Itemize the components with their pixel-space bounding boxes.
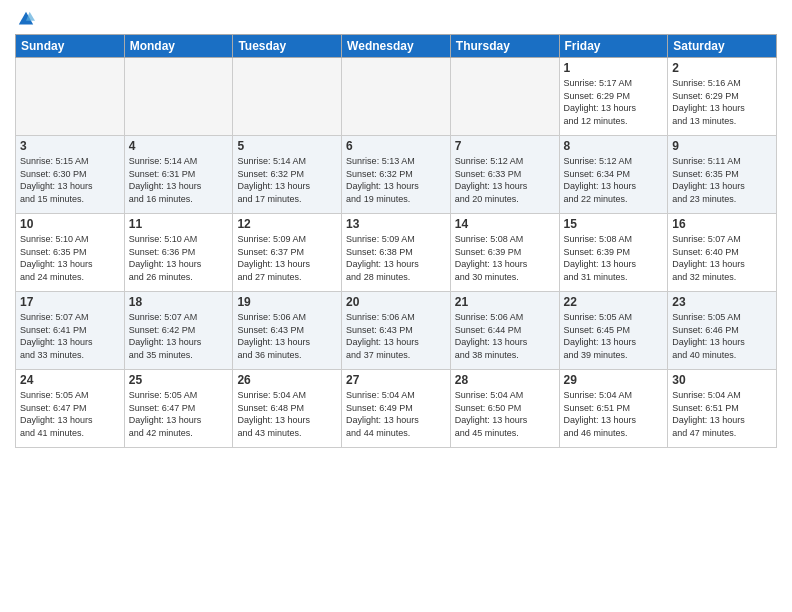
day-info: Sunrise: 5:05 AM Sunset: 6:47 PM Dayligh… xyxy=(20,389,120,439)
day-info: Sunrise: 5:14 AM Sunset: 6:32 PM Dayligh… xyxy=(237,155,337,205)
calendar-cell: 6Sunrise: 5:13 AM Sunset: 6:32 PM Daylig… xyxy=(342,136,451,214)
calendar-cell: 13Sunrise: 5:09 AM Sunset: 6:38 PM Dayli… xyxy=(342,214,451,292)
calendar-cell xyxy=(233,58,342,136)
calendar-cell: 17Sunrise: 5:07 AM Sunset: 6:41 PM Dayli… xyxy=(16,292,125,370)
header-monday: Monday xyxy=(124,35,233,58)
day-info: Sunrise: 5:12 AM Sunset: 6:34 PM Dayligh… xyxy=(564,155,664,205)
calendar-week-3: 10Sunrise: 5:10 AM Sunset: 6:35 PM Dayli… xyxy=(16,214,777,292)
day-number: 9 xyxy=(672,139,772,153)
calendar-cell xyxy=(342,58,451,136)
calendar-cell: 12Sunrise: 5:09 AM Sunset: 6:37 PM Dayli… xyxy=(233,214,342,292)
day-info: Sunrise: 5:05 AM Sunset: 6:45 PM Dayligh… xyxy=(564,311,664,361)
calendar-week-2: 3Sunrise: 5:15 AM Sunset: 6:30 PM Daylig… xyxy=(16,136,777,214)
calendar-cell: 29Sunrise: 5:04 AM Sunset: 6:51 PM Dayli… xyxy=(559,370,668,448)
calendar-cell: 9Sunrise: 5:11 AM Sunset: 6:35 PM Daylig… xyxy=(668,136,777,214)
day-number: 2 xyxy=(672,61,772,75)
header-wednesday: Wednesday xyxy=(342,35,451,58)
day-number: 6 xyxy=(346,139,446,153)
calendar-cell: 20Sunrise: 5:06 AM Sunset: 6:43 PM Dayli… xyxy=(342,292,451,370)
logo-icon xyxy=(17,10,35,28)
calendar-cell: 27Sunrise: 5:04 AM Sunset: 6:49 PM Dayli… xyxy=(342,370,451,448)
calendar-page: SundayMondayTuesdayWednesdayThursdayFrid… xyxy=(0,0,792,612)
day-info: Sunrise: 5:10 AM Sunset: 6:35 PM Dayligh… xyxy=(20,233,120,283)
calendar-cell: 22Sunrise: 5:05 AM Sunset: 6:45 PM Dayli… xyxy=(559,292,668,370)
calendar-cell: 10Sunrise: 5:10 AM Sunset: 6:35 PM Dayli… xyxy=(16,214,125,292)
header-friday: Friday xyxy=(559,35,668,58)
calendar-cell: 23Sunrise: 5:05 AM Sunset: 6:46 PM Dayli… xyxy=(668,292,777,370)
day-number: 18 xyxy=(129,295,229,309)
day-number: 16 xyxy=(672,217,772,231)
day-number: 25 xyxy=(129,373,229,387)
day-info: Sunrise: 5:08 AM Sunset: 6:39 PM Dayligh… xyxy=(455,233,555,283)
calendar-cell xyxy=(16,58,125,136)
day-number: 11 xyxy=(129,217,229,231)
day-info: Sunrise: 5:07 AM Sunset: 6:41 PM Dayligh… xyxy=(20,311,120,361)
calendar-cell: 5Sunrise: 5:14 AM Sunset: 6:32 PM Daylig… xyxy=(233,136,342,214)
calendar-cell: 30Sunrise: 5:04 AM Sunset: 6:51 PM Dayli… xyxy=(668,370,777,448)
header-saturday: Saturday xyxy=(668,35,777,58)
day-info: Sunrise: 5:13 AM Sunset: 6:32 PM Dayligh… xyxy=(346,155,446,205)
day-info: Sunrise: 5:09 AM Sunset: 6:38 PM Dayligh… xyxy=(346,233,446,283)
calendar-cell: 18Sunrise: 5:07 AM Sunset: 6:42 PM Dayli… xyxy=(124,292,233,370)
calendar-cell: 11Sunrise: 5:10 AM Sunset: 6:36 PM Dayli… xyxy=(124,214,233,292)
day-info: Sunrise: 5:04 AM Sunset: 6:50 PM Dayligh… xyxy=(455,389,555,439)
calendar-cell: 3Sunrise: 5:15 AM Sunset: 6:30 PM Daylig… xyxy=(16,136,125,214)
calendar-week-5: 24Sunrise: 5:05 AM Sunset: 6:47 PM Dayli… xyxy=(16,370,777,448)
day-info: Sunrise: 5:05 AM Sunset: 6:46 PM Dayligh… xyxy=(672,311,772,361)
day-number: 21 xyxy=(455,295,555,309)
day-info: Sunrise: 5:06 AM Sunset: 6:43 PM Dayligh… xyxy=(346,311,446,361)
calendar-cell: 24Sunrise: 5:05 AM Sunset: 6:47 PM Dayli… xyxy=(16,370,125,448)
day-number: 4 xyxy=(129,139,229,153)
day-info: Sunrise: 5:07 AM Sunset: 6:40 PM Dayligh… xyxy=(672,233,772,283)
day-number: 13 xyxy=(346,217,446,231)
day-info: Sunrise: 5:17 AM Sunset: 6:29 PM Dayligh… xyxy=(564,77,664,127)
calendar-cell: 14Sunrise: 5:08 AM Sunset: 6:39 PM Dayli… xyxy=(450,214,559,292)
calendar-cell: 7Sunrise: 5:12 AM Sunset: 6:33 PM Daylig… xyxy=(450,136,559,214)
calendar-cell: 15Sunrise: 5:08 AM Sunset: 6:39 PM Dayli… xyxy=(559,214,668,292)
day-info: Sunrise: 5:06 AM Sunset: 6:44 PM Dayligh… xyxy=(455,311,555,361)
day-info: Sunrise: 5:08 AM Sunset: 6:39 PM Dayligh… xyxy=(564,233,664,283)
day-number: 27 xyxy=(346,373,446,387)
calendar-cell: 1Sunrise: 5:17 AM Sunset: 6:29 PM Daylig… xyxy=(559,58,668,136)
logo xyxy=(15,10,35,28)
calendar-cell: 25Sunrise: 5:05 AM Sunset: 6:47 PM Dayli… xyxy=(124,370,233,448)
calendar-cell: 8Sunrise: 5:12 AM Sunset: 6:34 PM Daylig… xyxy=(559,136,668,214)
calendar-cell: 19Sunrise: 5:06 AM Sunset: 6:43 PM Dayli… xyxy=(233,292,342,370)
day-info: Sunrise: 5:09 AM Sunset: 6:37 PM Dayligh… xyxy=(237,233,337,283)
calendar-cell: 2Sunrise: 5:16 AM Sunset: 6:29 PM Daylig… xyxy=(668,58,777,136)
day-number: 24 xyxy=(20,373,120,387)
day-info: Sunrise: 5:04 AM Sunset: 6:51 PM Dayligh… xyxy=(564,389,664,439)
day-info: Sunrise: 5:04 AM Sunset: 6:51 PM Dayligh… xyxy=(672,389,772,439)
day-number: 12 xyxy=(237,217,337,231)
day-info: Sunrise: 5:04 AM Sunset: 6:48 PM Dayligh… xyxy=(237,389,337,439)
day-number: 15 xyxy=(564,217,664,231)
header-thursday: Thursday xyxy=(450,35,559,58)
day-info: Sunrise: 5:07 AM Sunset: 6:42 PM Dayligh… xyxy=(129,311,229,361)
day-info: Sunrise: 5:16 AM Sunset: 6:29 PM Dayligh… xyxy=(672,77,772,127)
day-number: 28 xyxy=(455,373,555,387)
day-number: 20 xyxy=(346,295,446,309)
day-number: 8 xyxy=(564,139,664,153)
calendar-cell: 21Sunrise: 5:06 AM Sunset: 6:44 PM Dayli… xyxy=(450,292,559,370)
calendar-header-row: SundayMondayTuesdayWednesdayThursdayFrid… xyxy=(16,35,777,58)
header xyxy=(15,10,777,28)
calendar-week-1: 1Sunrise: 5:17 AM Sunset: 6:29 PM Daylig… xyxy=(16,58,777,136)
day-number: 19 xyxy=(237,295,337,309)
calendar-cell: 4Sunrise: 5:14 AM Sunset: 6:31 PM Daylig… xyxy=(124,136,233,214)
calendar-cell: 26Sunrise: 5:04 AM Sunset: 6:48 PM Dayli… xyxy=(233,370,342,448)
calendar-table: SundayMondayTuesdayWednesdayThursdayFrid… xyxy=(15,34,777,448)
calendar-cell xyxy=(124,58,233,136)
day-number: 29 xyxy=(564,373,664,387)
day-number: 7 xyxy=(455,139,555,153)
header-tuesday: Tuesday xyxy=(233,35,342,58)
calendar-week-4: 17Sunrise: 5:07 AM Sunset: 6:41 PM Dayli… xyxy=(16,292,777,370)
day-number: 14 xyxy=(455,217,555,231)
day-number: 1 xyxy=(564,61,664,75)
day-info: Sunrise: 5:06 AM Sunset: 6:43 PM Dayligh… xyxy=(237,311,337,361)
day-info: Sunrise: 5:04 AM Sunset: 6:49 PM Dayligh… xyxy=(346,389,446,439)
calendar-cell xyxy=(450,58,559,136)
calendar-cell: 28Sunrise: 5:04 AM Sunset: 6:50 PM Dayli… xyxy=(450,370,559,448)
day-number: 17 xyxy=(20,295,120,309)
day-info: Sunrise: 5:14 AM Sunset: 6:31 PM Dayligh… xyxy=(129,155,229,205)
day-info: Sunrise: 5:15 AM Sunset: 6:30 PM Dayligh… xyxy=(20,155,120,205)
